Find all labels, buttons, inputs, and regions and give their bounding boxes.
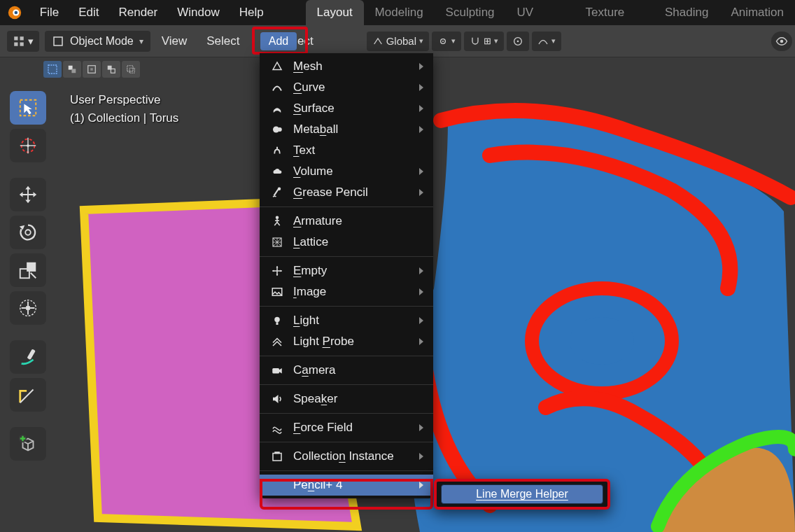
select-box-icon[interactable]: [43, 61, 62, 78]
svg-point-43: [274, 317, 280, 323]
rotate-icon: [17, 222, 38, 243]
menu-separator: [260, 413, 433, 414]
menu-item-label: Armature: [293, 214, 342, 228]
viewport-info-overlay: User Perspective (1) Collection | Torus: [70, 91, 178, 127]
tool-measure[interactable]: [10, 378, 46, 412]
add-menu-force-field[interactable]: Force Field: [260, 417, 433, 438]
tool-scale[interactable]: [10, 253, 46, 287]
tab-modeling[interactable]: Modeling: [364, 0, 435, 25]
svg-rect-32: [27, 262, 36, 272]
tool-annotate[interactable]: [10, 340, 46, 374]
header-view-menu[interactable]: View: [152, 34, 197, 48]
add-menu-empty[interactable]: Empty: [260, 260, 433, 281]
orientation-select[interactable]: Global ▾: [367, 31, 429, 51]
add-menu-curve[interactable]: Curve: [260, 77, 433, 98]
submenu-arrow-icon: [419, 63, 423, 70]
menu-file[interactable]: File: [30, 6, 69, 19]
tool-move[interactable]: [10, 178, 46, 211]
tab-texture-paint[interactable]: Texture Paint: [575, 0, 654, 25]
menu-item-label: Speaker: [293, 392, 337, 406]
submenu-arrow-icon: [419, 424, 423, 431]
add-menu-lattice[interactable]: Lattice: [260, 232, 433, 253]
pivot-select[interactable]: ▾: [432, 31, 461, 51]
tab-shading[interactable]: Shading: [654, 0, 719, 25]
curve-icon: [537, 36, 549, 47]
empty-icon: [269, 265, 285, 277]
add-menu-light[interactable]: Light: [260, 310, 433, 331]
add-menu-light-probe[interactable]: Light Probe: [260, 331, 433, 352]
menu-item-label: Force Field: [293, 421, 353, 435]
svg-rect-20: [90, 68, 93, 71]
menu-render[interactable]: Render: [108, 6, 167, 19]
tab-layout[interactable]: Layout: [306, 0, 364, 25]
submenu-arrow-icon: [419, 189, 423, 196]
add-menu-pencil-4[interactable]: Pencil+ 4: [260, 475, 433, 496]
pencil-submenu: Line Merge Helper: [434, 479, 610, 510]
add-menu-dropdown: MeshCurveSurfaceMetaballTextVolumeGrease…: [260, 53, 433, 498]
chevron-down-icon: ▾: [28, 35, 34, 48]
select-intersect-icon[interactable]: [122, 61, 140, 78]
add-menu-speaker[interactable]: Speaker: [260, 388, 433, 410]
add-menu-camera[interactable]: Camera: [260, 360, 433, 381]
menu-item-label: Curve: [293, 80, 325, 94]
tab-sculpting[interactable]: Sculpting: [435, 0, 506, 25]
mode-select[interactable]: Object Mode ▾: [45, 31, 150, 52]
svg-rect-18: [71, 69, 76, 73]
editor-type-button[interactable]: ▾: [7, 31, 39, 52]
force-icon: [269, 421, 285, 434]
text-icon: [269, 144, 285, 157]
magnet-icon: [470, 36, 481, 47]
menu-item-label: Light Probe: [293, 335, 354, 349]
meta-icon: [269, 123, 285, 136]
tool-rotate[interactable]: [10, 216, 46, 249]
menu-item-label: Text: [293, 144, 315, 158]
add-menu-image[interactable]: Image: [260, 281, 433, 302]
menu-separator: [260, 356, 433, 356]
add-menu-text[interactable]: Text: [260, 140, 433, 161]
show-gizmo-toggle[interactable]: [771, 31, 792, 51]
menu-item-label: Pencil+ 4: [293, 478, 342, 492]
tab-animation[interactable]: Animation: [719, 0, 795, 25]
pivot-icon: [437, 36, 449, 47]
submenu-arrow-icon: [419, 317, 423, 324]
submenu-arrow-icon: [419, 482, 423, 489]
svg-rect-24: [129, 68, 134, 73]
selection-mode-row: [43, 59, 140, 79]
svg-point-30: [25, 230, 31, 235]
menu-help[interactable]: Help: [230, 6, 274, 19]
add-menu-collection-instance[interactable]: Collection Instance: [260, 446, 433, 467]
add-menu-mesh[interactable]: Mesh: [260, 56, 433, 77]
svg-rect-16: [48, 65, 57, 74]
add-menu-button[interactable]: Add: [260, 32, 297, 50]
falloff-select[interactable]: ▾: [532, 31, 561, 51]
lattice-icon: [269, 236, 285, 248]
header-select-menu[interactable]: Select: [197, 34, 249, 48]
svg-point-5: [15, 11, 18, 15]
proportional-icon: [512, 36, 523, 47]
tool-cursor[interactable]: [10, 129, 46, 162]
select-subtract-icon[interactable]: [83, 61, 101, 78]
menu-separator: [260, 206, 433, 207]
add-menu-armature[interactable]: Armature: [260, 211, 433, 232]
tab-uv-editing[interactable]: UV Editing: [506, 0, 575, 25]
blender-logo-icon: [6, 3, 24, 22]
select-extend-icon[interactable]: [63, 61, 81, 78]
tool-add-cube[interactable]: [10, 427, 46, 461]
gp-icon: [269, 186, 285, 199]
tool-transform[interactable]: [10, 291, 46, 325]
tool-select-box[interactable]: [10, 91, 46, 125]
add-menu-grease-pencil[interactable]: Grease Pencil: [260, 182, 433, 203]
submenu-item-line-merge-helper[interactable]: Line Merge Helper: [441, 484, 603, 504]
snap-toggle[interactable]: ⊞▾: [464, 31, 504, 51]
add-menu-metaball[interactable]: Metaball: [260, 119, 433, 140]
menu-edit[interactable]: Edit: [69, 6, 108, 19]
svg-point-14: [517, 40, 519, 42]
add-menu-volume[interactable]: Volume: [260, 161, 433, 182]
menu-window[interactable]: Window: [167, 6, 229, 19]
add-menu-surface[interactable]: Surface: [260, 98, 433, 119]
svg-point-1: [532, 288, 672, 393]
submenu-arrow-icon: [419, 338, 423, 345]
eye-icon: [775, 35, 788, 48]
select-invert-icon[interactable]: [102, 61, 120, 78]
proportional-edit-toggle[interactable]: [507, 31, 529, 51]
